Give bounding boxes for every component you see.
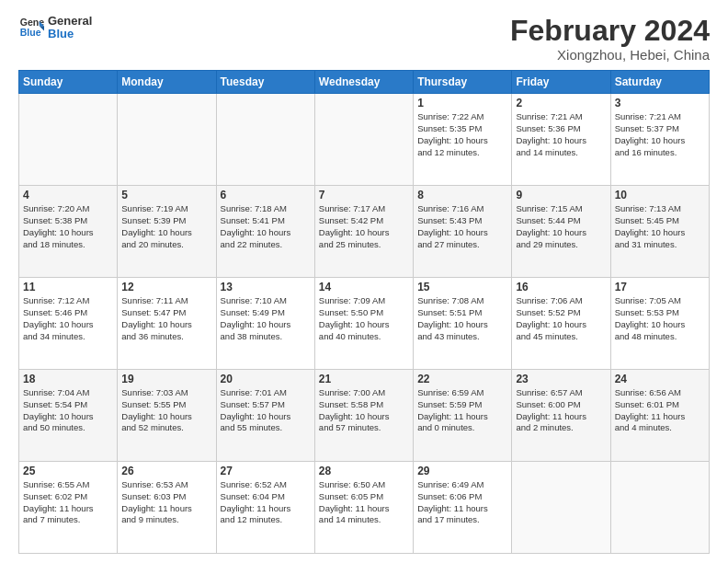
day-number: 1 bbox=[417, 97, 507, 109]
day-number: 12 bbox=[121, 281, 211, 293]
day-number: 9 bbox=[516, 189, 606, 201]
logo-icon: General Blue bbox=[18, 15, 44, 40]
calendar-cell: 11Sunrise: 7:12 AM Sunset: 5:46 PM Dayli… bbox=[19, 278, 118, 370]
day-number: 2 bbox=[516, 97, 606, 109]
day-info: Sunrise: 7:04 AM Sunset: 5:54 PM Dayligh… bbox=[23, 387, 113, 434]
day-info: Sunrise: 7:03 AM Sunset: 5:55 PM Dayligh… bbox=[121, 387, 211, 434]
page: General Blue General Blue February 2024 … bbox=[0, 0, 728, 563]
day-info: Sunrise: 6:49 AM Sunset: 6:06 PM Dayligh… bbox=[417, 479, 507, 526]
week-row-5: 25Sunrise: 6:55 AM Sunset: 6:02 PM Dayli… bbox=[19, 462, 710, 554]
day-header-tuesday: Tuesday bbox=[216, 71, 314, 94]
day-info: Sunrise: 7:05 AM Sunset: 5:53 PM Dayligh… bbox=[615, 295, 705, 342]
calendar-subtitle: Xiongzhou, Hebei, China bbox=[510, 47, 710, 63]
calendar-cell: 2Sunrise: 7:21 AM Sunset: 5:36 PM Daylig… bbox=[512, 94, 610, 186]
calendar-cell: 27Sunrise: 6:52 AM Sunset: 6:04 PM Dayli… bbox=[216, 462, 314, 554]
calendar-table: SundayMondayTuesdayWednesdayThursdayFrid… bbox=[18, 70, 710, 554]
day-number: 11 bbox=[23, 281, 113, 293]
calendar-cell: 16Sunrise: 7:06 AM Sunset: 5:52 PM Dayli… bbox=[512, 278, 610, 370]
calendar-cell: 18Sunrise: 7:04 AM Sunset: 5:54 PM Dayli… bbox=[19, 370, 118, 462]
logo-text-general: General bbox=[48, 15, 92, 28]
day-number: 13 bbox=[221, 281, 311, 293]
day-info: Sunrise: 6:55 AM Sunset: 6:02 PM Dayligh… bbox=[23, 479, 113, 526]
day-number: 22 bbox=[417, 373, 507, 385]
day-number: 15 bbox=[417, 281, 507, 293]
day-header-sunday: Sunday bbox=[19, 71, 118, 94]
calendar-cell bbox=[216, 94, 314, 186]
day-info: Sunrise: 7:17 AM Sunset: 5:42 PM Dayligh… bbox=[319, 203, 409, 250]
svg-text:Blue: Blue bbox=[20, 27, 41, 38]
day-header-monday: Monday bbox=[118, 71, 216, 94]
day-info: Sunrise: 7:21 AM Sunset: 5:36 PM Dayligh… bbox=[516, 111, 606, 158]
day-number: 27 bbox=[221, 465, 311, 477]
day-info: Sunrise: 7:21 AM Sunset: 5:37 PM Dayligh… bbox=[615, 111, 705, 158]
calendar-cell: 28Sunrise: 6:50 AM Sunset: 6:05 PM Dayli… bbox=[314, 462, 413, 554]
calendar-cell: 5Sunrise: 7:19 AM Sunset: 5:39 PM Daylig… bbox=[118, 186, 216, 278]
calendar-header-row: SundayMondayTuesdayWednesdayThursdayFrid… bbox=[19, 71, 710, 94]
day-number: 8 bbox=[417, 189, 507, 201]
calendar-cell bbox=[19, 94, 118, 186]
title-block: February 2024 Xiongzhou, Hebei, China bbox=[510, 15, 710, 63]
calendar-cell: 26Sunrise: 6:53 AM Sunset: 6:03 PM Dayli… bbox=[118, 462, 216, 554]
day-info: Sunrise: 7:06 AM Sunset: 5:52 PM Dayligh… bbox=[516, 295, 606, 342]
day-info: Sunrise: 7:00 AM Sunset: 5:58 PM Dayligh… bbox=[319, 387, 409, 434]
day-info: Sunrise: 7:19 AM Sunset: 5:39 PM Dayligh… bbox=[121, 203, 211, 250]
day-number: 6 bbox=[221, 189, 311, 201]
day-number: 7 bbox=[319, 189, 409, 201]
week-row-4: 18Sunrise: 7:04 AM Sunset: 5:54 PM Dayli… bbox=[19, 370, 710, 462]
day-number: 18 bbox=[23, 373, 113, 385]
calendar-cell: 14Sunrise: 7:09 AM Sunset: 5:50 PM Dayli… bbox=[314, 278, 413, 370]
day-number: 3 bbox=[615, 97, 705, 109]
calendar-cell: 4Sunrise: 7:20 AM Sunset: 5:38 PM Daylig… bbox=[19, 186, 118, 278]
day-number: 28 bbox=[319, 465, 409, 477]
day-number: 21 bbox=[319, 373, 409, 385]
calendar-cell: 8Sunrise: 7:16 AM Sunset: 5:43 PM Daylig… bbox=[414, 186, 512, 278]
calendar-cell bbox=[118, 94, 216, 186]
calendar-cell: 1Sunrise: 7:22 AM Sunset: 5:35 PM Daylig… bbox=[414, 94, 512, 186]
day-info: Sunrise: 7:18 AM Sunset: 5:41 PM Dayligh… bbox=[221, 203, 311, 250]
day-number: 14 bbox=[319, 281, 409, 293]
calendar-cell: 20Sunrise: 7:01 AM Sunset: 5:57 PM Dayli… bbox=[216, 370, 314, 462]
day-header-wednesday: Wednesday bbox=[314, 71, 413, 94]
calendar-cell: 10Sunrise: 7:13 AM Sunset: 5:45 PM Dayli… bbox=[610, 186, 709, 278]
day-info: Sunrise: 6:53 AM Sunset: 6:03 PM Dayligh… bbox=[121, 479, 211, 526]
calendar-cell: 3Sunrise: 7:21 AM Sunset: 5:37 PM Daylig… bbox=[610, 94, 709, 186]
day-info: Sunrise: 7:11 AM Sunset: 5:47 PM Dayligh… bbox=[121, 295, 211, 342]
day-info: Sunrise: 6:57 AM Sunset: 6:00 PM Dayligh… bbox=[516, 387, 606, 434]
day-number: 17 bbox=[615, 281, 705, 293]
day-info: Sunrise: 7:08 AM Sunset: 5:51 PM Dayligh… bbox=[417, 295, 507, 342]
day-number: 4 bbox=[23, 189, 113, 201]
day-info: Sunrise: 6:56 AM Sunset: 6:01 PM Dayligh… bbox=[615, 387, 705, 434]
day-number: 5 bbox=[121, 189, 211, 201]
calendar-cell: 24Sunrise: 6:56 AM Sunset: 6:01 PM Dayli… bbox=[610, 370, 709, 462]
week-row-2: 4Sunrise: 7:20 AM Sunset: 5:38 PM Daylig… bbox=[19, 186, 710, 278]
calendar-cell bbox=[512, 462, 610, 554]
calendar-cell: 21Sunrise: 7:00 AM Sunset: 5:58 PM Dayli… bbox=[314, 370, 413, 462]
logo: General Blue General Blue bbox=[18, 15, 92, 41]
day-header-thursday: Thursday bbox=[414, 71, 512, 94]
day-info: Sunrise: 7:20 AM Sunset: 5:38 PM Dayligh… bbox=[23, 203, 113, 250]
calendar-title: February 2024 bbox=[510, 15, 710, 47]
day-info: Sunrise: 7:15 AM Sunset: 5:44 PM Dayligh… bbox=[516, 203, 606, 250]
calendar-cell: 22Sunrise: 6:59 AM Sunset: 5:59 PM Dayli… bbox=[414, 370, 512, 462]
day-number: 29 bbox=[417, 465, 507, 477]
day-number: 20 bbox=[221, 373, 311, 385]
calendar-cell: 13Sunrise: 7:10 AM Sunset: 5:49 PM Dayli… bbox=[216, 278, 314, 370]
calendar-cell: 19Sunrise: 7:03 AM Sunset: 5:55 PM Dayli… bbox=[118, 370, 216, 462]
day-info: Sunrise: 7:10 AM Sunset: 5:49 PM Dayligh… bbox=[221, 295, 311, 342]
day-info: Sunrise: 6:59 AM Sunset: 5:59 PM Dayligh… bbox=[417, 387, 507, 434]
day-info: Sunrise: 7:16 AM Sunset: 5:43 PM Dayligh… bbox=[417, 203, 507, 250]
day-header-friday: Friday bbox=[512, 71, 610, 94]
calendar-cell: 29Sunrise: 6:49 AM Sunset: 6:06 PM Dayli… bbox=[414, 462, 512, 554]
day-number: 16 bbox=[516, 281, 606, 293]
calendar-cell: 25Sunrise: 6:55 AM Sunset: 6:02 PM Dayli… bbox=[19, 462, 118, 554]
calendar-cell: 17Sunrise: 7:05 AM Sunset: 5:53 PM Dayli… bbox=[610, 278, 709, 370]
day-number: 23 bbox=[516, 373, 606, 385]
day-number: 19 bbox=[121, 373, 211, 385]
day-info: Sunrise: 7:22 AM Sunset: 5:35 PM Dayligh… bbox=[417, 111, 507, 158]
day-info: Sunrise: 6:50 AM Sunset: 6:05 PM Dayligh… bbox=[319, 479, 409, 526]
day-number: 26 bbox=[121, 465, 211, 477]
header: General Blue General Blue February 2024 … bbox=[18, 15, 710, 63]
day-header-saturday: Saturday bbox=[610, 71, 709, 94]
day-number: 24 bbox=[615, 373, 705, 385]
calendar-cell: 12Sunrise: 7:11 AM Sunset: 5:47 PM Dayli… bbox=[118, 278, 216, 370]
